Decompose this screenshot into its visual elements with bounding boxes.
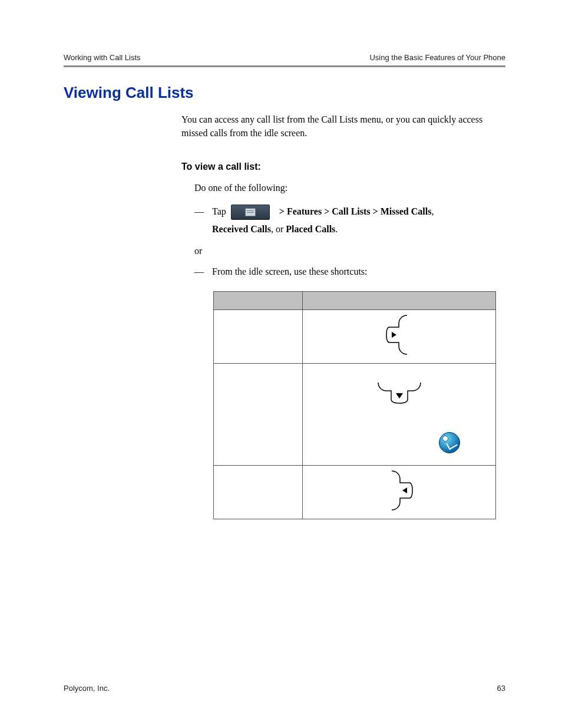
table-row-placed [214,466,496,519]
dpad-down-icon [377,379,422,405]
menu-path-1: > Features > Call Lists > Missed Calls [279,206,432,216]
table-row-received [214,310,496,364]
section-title: Viewing Call Lists [64,84,505,102]
dpad-right-icon [385,470,414,511]
lead-in: Do one of the following: [194,181,505,195]
tap-prefix: Tap [212,206,229,216]
table-row-missed [214,364,496,466]
menu-path-sep: , [431,206,434,216]
menu-path-3: Placed Calls [286,224,335,234]
dpad-left-icon [385,314,414,355]
cell-placed-label [214,466,303,519]
running-header: Working with Call Lists Using the Basic … [64,53,505,67]
or-separator: or [194,244,505,258]
table-header-action [303,292,496,310]
cell-missed-label [214,364,303,466]
footer-company: Polycom, Inc. [64,684,110,693]
menu-path-mid: , or [271,224,286,234]
cell-placed-action [303,466,496,519]
procedure-subhead: To view a call list: [181,160,505,173]
menu-path-end: . [335,224,338,234]
cell-received-action [303,310,496,364]
step-tap-menu: Tap > Features > Call Lists > Missed Cal… [194,203,505,238]
misscall-badge-icon [439,432,460,453]
page-footer: Polycom, Inc. 63 [64,684,505,693]
shortcuts-table [213,291,496,519]
footer-page-number: 63 [497,684,505,693]
header-right: Using the Basic Features of Your Phone [369,53,505,62]
svg-marker-1 [396,393,403,398]
menu-path-2: Received Calls [212,224,271,234]
svg-marker-0 [392,332,396,338]
step-shortcuts: From the idle screen, use these shortcut… [194,265,505,278]
menu-button-icon [231,205,270,220]
header-left: Working with Call Lists [64,53,141,62]
cell-received-label [214,310,303,364]
svg-marker-2 [402,487,407,493]
table-header-row [214,292,496,310]
intro-paragraph: You can access any call list from the Ca… [181,113,505,140]
cell-missed-action [303,364,496,466]
table-header-list [214,292,303,310]
